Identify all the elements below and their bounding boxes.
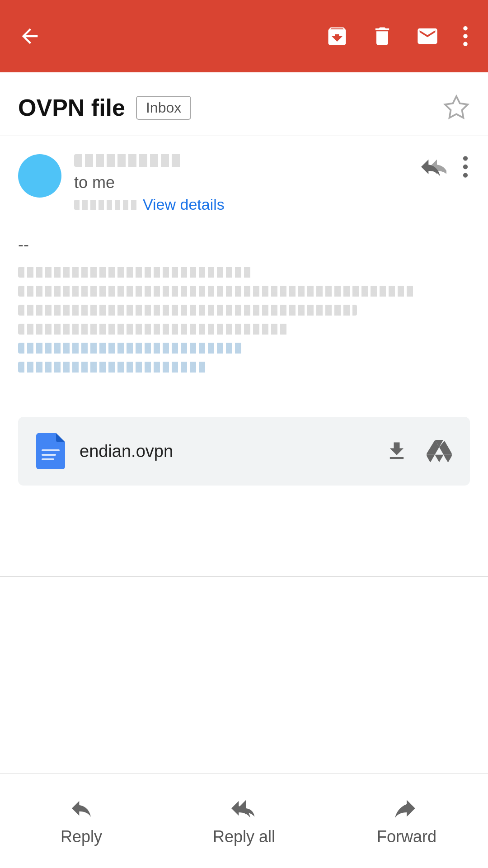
back-button[interactable]	[18, 24, 42, 48]
sender-name-redacted	[74, 154, 183, 167]
svg-point-5	[463, 165, 468, 169]
body-redacted-blue-1	[18, 343, 244, 354]
email-title-area: OVPN file Inbox	[0, 72, 488, 136]
forward-label: Forward	[377, 827, 436, 846]
more-options-button[interactable]	[461, 24, 470, 48]
date-redacted	[74, 200, 137, 210]
download-button[interactable]	[385, 439, 408, 463]
inbox-badge: Inbox	[136, 96, 191, 120]
delete-button[interactable]	[371, 24, 394, 48]
reply-all-label: Reply all	[213, 827, 275, 846]
reply-all-button[interactable]: Reply all	[163, 796, 325, 846]
star-button[interactable]	[443, 94, 470, 121]
body-redacted-1	[18, 267, 253, 278]
reply-button[interactable]: Reply	[0, 796, 163, 846]
body-redacted-blue-2	[18, 362, 208, 373]
attachment-area: endian.ovpn	[18, 417, 470, 486]
body-redacted-3	[18, 305, 357, 316]
sender-info: to me View details	[74, 154, 408, 213]
svg-point-6	[463, 173, 468, 178]
section-divider	[0, 576, 488, 577]
reply-all-icon	[231, 796, 257, 821]
spacer	[0, 486, 488, 540]
attachment-filename: endian.ovpn	[80, 442, 385, 461]
svg-rect-7	[42, 449, 60, 451]
archive-button[interactable]	[325, 24, 349, 48]
reply-all-inline-button[interactable]	[421, 154, 446, 179]
body-redacted-2	[18, 286, 416, 297]
svg-marker-3	[445, 96, 468, 118]
email-message: to me View details	[0, 136, 488, 213]
sender-avatar	[18, 154, 61, 198]
file-icon	[36, 433, 65, 469]
bottom-action-bar: Reply Reply all Forward	[0, 773, 488, 868]
email-body: --	[0, 213, 488, 399]
separator-text: --	[18, 235, 470, 254]
forward-icon	[394, 796, 419, 821]
save-to-drive-button[interactable]	[427, 439, 452, 463]
svg-rect-8	[42, 454, 56, 456]
svg-point-1	[463, 34, 468, 38]
svg-point-0	[463, 26, 468, 31]
reply-label: Reply	[61, 827, 102, 846]
svg-point-2	[463, 42, 468, 47]
to-me-label: to me	[74, 173, 408, 192]
email-subject: OVPN file	[18, 94, 125, 121]
reply-icon	[69, 796, 94, 821]
app-bar	[0, 0, 488, 72]
message-more-button[interactable]	[461, 154, 470, 179]
svg-rect-9	[42, 458, 54, 460]
mark-unread-button[interactable]	[416, 24, 439, 48]
view-details-link[interactable]: View details	[143, 196, 225, 213]
svg-point-4	[463, 156, 468, 160]
forward-button[interactable]: Forward	[325, 796, 488, 846]
body-redacted-4	[18, 324, 289, 335]
